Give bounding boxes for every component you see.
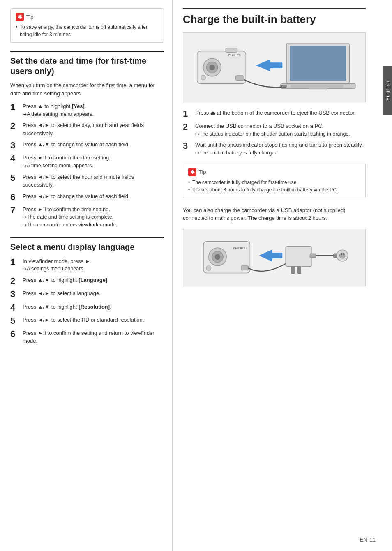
cam-adapter-svg: PHILIPS bbox=[183, 229, 365, 286]
svg-rect-14 bbox=[281, 85, 286, 87]
charge-step-1-content: Press ⏏ at the bottom of the camcorder t… bbox=[195, 109, 366, 117]
charge-tip-content: The camcorder is fully charged for first… bbox=[188, 179, 360, 194]
tip-star-icon: ✱ bbox=[16, 13, 24, 21]
lang-step-1-text: In viewfinder mode, press ►. bbox=[23, 258, 92, 264]
date-step-4: 4 Press ►II to confirm the date setting.… bbox=[10, 154, 164, 169]
date-step-1: 1 Press ▲ to highlight [Yes]. A date set… bbox=[10, 102, 164, 118]
svg-rect-10 bbox=[290, 46, 346, 81]
page-lang: EN bbox=[360, 537, 367, 543]
charge-step-2: 2 Connect the USB connector to a USB soc… bbox=[183, 122, 366, 138]
lang-step-1-content: In viewfinder mode, press ►. A settings … bbox=[23, 257, 164, 273]
svg-rect-20 bbox=[241, 265, 249, 270]
charge-tip-header: ✱ Tip bbox=[188, 168, 360, 176]
step-num-5: 5 bbox=[10, 173, 19, 183]
step-1-text: Press ▲ to highlight [Yes]. bbox=[23, 103, 86, 109]
step-num-3: 3 bbox=[10, 141, 19, 150]
lang-step-4-content: Press ▲/▼ to highlight [Resolution]. bbox=[23, 303, 164, 311]
charge-step-1-text: Press ⏏ at the bottom of the camcorder t… bbox=[195, 110, 356, 116]
step-5-text: Press ◄/► to select the hour and minute … bbox=[23, 174, 134, 188]
page-footer: EN 11 bbox=[360, 537, 376, 543]
lang-step-1-result: A settings menu appears. bbox=[23, 265, 164, 273]
english-side-tab: English bbox=[383, 66, 392, 115]
lang-step-6-content: Press ►II to confirm the setting and ret… bbox=[23, 329, 164, 345]
step-6-content: Press ◄/► to change the value of each fi… bbox=[23, 192, 164, 201]
charge-title: Charge the built-in battery bbox=[183, 8, 366, 26]
charge-step-num-2: 2 bbox=[183, 122, 192, 132]
svg-rect-30 bbox=[341, 253, 342, 255]
step-4-text: Press ►II to confirm the date setting. bbox=[23, 154, 111, 161]
svg-rect-6 bbox=[236, 76, 244, 81]
charge-footer-text: You can also charge the camcorder via a … bbox=[183, 206, 366, 222]
svg-marker-8 bbox=[256, 59, 282, 71]
step-7-content: Press ►II to confirm the time setting. T… bbox=[23, 205, 164, 229]
step-7-text: Press ►II to confirm the time setting. bbox=[23, 206, 110, 212]
svg-rect-31 bbox=[343, 253, 344, 255]
charge-step-2-content: Connect the USB connector to a USB socke… bbox=[195, 122, 366, 138]
lang-step-num-5: 5 bbox=[10, 316, 19, 326]
lang-step-num-2: 2 bbox=[10, 276, 19, 286]
tip-item: To save energy, the camcorder turns off … bbox=[16, 23, 159, 38]
lang-step-num-4: 4 bbox=[10, 303, 19, 313]
cam-adapter-illustration: PHILIPS bbox=[183, 229, 366, 286]
charge-tip-item-1: The camcorder is fully charged for first… bbox=[188, 179, 360, 186]
step-5-content: Press ◄/► to select the hour and minute … bbox=[23, 173, 164, 189]
tip-box-top: ✱ Tip To save energy, the camcorder turn… bbox=[10, 8, 164, 43]
step-num-7: 7 bbox=[10, 205, 19, 215]
step-4-content: Press ►II to confirm the date setting. A… bbox=[23, 154, 164, 169]
svg-rect-24 bbox=[291, 266, 295, 274]
step-1-result: A date setting menu appears. bbox=[23, 111, 164, 118]
svg-point-3 bbox=[209, 65, 215, 70]
step-7-result-1: The date and time setting is complete. bbox=[23, 213, 164, 221]
lang-step-3: 3 Press ◄/► to select a language. bbox=[10, 289, 164, 299]
left-column: ✱ Tip To save energy, the camcorder turn… bbox=[0, 0, 173, 551]
charge-step-2-result: The status indicator on the shutter butt… bbox=[195, 130, 366, 138]
lang-step-5: 5 Press ◄/► to select the HD or standard… bbox=[10, 316, 164, 326]
charge-step-3-content: Wait until the status indicator stops fl… bbox=[195, 141, 366, 157]
lang-step-6: 6 Press ►II to confirm the setting and r… bbox=[10, 329, 164, 345]
select-menu-section: Select a menu display language 1 In view… bbox=[10, 237, 164, 345]
step-num-2: 2 bbox=[10, 121, 19, 131]
svg-marker-22 bbox=[259, 249, 282, 262]
lang-step-2-text: Press ▲/▼ to highlight [Language]. bbox=[23, 277, 109, 283]
date-step-6: 6 Press ◄/► to change the value of each … bbox=[10, 192, 164, 202]
svg-text:PHILIPS: PHILIPS bbox=[228, 53, 241, 57]
charge-step-num-3: 3 bbox=[183, 141, 192, 151]
cam-laptop-svg: PHILIPS bbox=[183, 33, 365, 102]
lang-step-5-text: Press ◄/► to select the HD or standard r… bbox=[23, 317, 144, 323]
step-3-content: Press ▲/▼ to change the value of each fi… bbox=[23, 141, 164, 149]
step-3-text: Press ▲/▼ to change the value of each fi… bbox=[23, 141, 130, 148]
charge-tip-label: Tip bbox=[199, 169, 206, 175]
charge-steps: 1 Press ⏏ at the bottom of the camcorder… bbox=[183, 109, 366, 157]
tip-box-charge: ✱ Tip The camcorder is fully charged for… bbox=[183, 164, 366, 198]
svg-rect-13 bbox=[309, 88, 327, 89]
lang-step-2-content: Press ▲/▼ to highlight [Language]. bbox=[23, 276, 164, 284]
step-7-result-2: The camcorder enters viewfinder mode. bbox=[23, 221, 164, 229]
step-num-1: 1 bbox=[10, 102, 19, 112]
lang-step-3-text: Press ◄/► to select a language. bbox=[23, 290, 101, 296]
select-menu-title: Select a menu display language bbox=[10, 237, 164, 252]
charge-step-3: 3 Wait until the status indicator stops … bbox=[183, 141, 366, 157]
page-container: English ✱ Tip To save energy, the camcor… bbox=[0, 0, 392, 551]
charge-tip-star-icon: ✱ bbox=[188, 168, 196, 176]
step-num-6: 6 bbox=[10, 192, 19, 202]
tip-header: ✱ Tip bbox=[16, 13, 159, 21]
charge-step-1: 1 Press ⏏ at the bottom of the camcorder… bbox=[183, 109, 366, 119]
svg-rect-23 bbox=[286, 246, 312, 266]
svg-rect-4 bbox=[226, 48, 237, 53]
date-step-7: 7 Press ►II to confirm the time setting.… bbox=[10, 205, 164, 229]
lang-step-2: 2 Press ▲/▼ to highlight [Language]. bbox=[10, 276, 164, 286]
tip-label: Tip bbox=[26, 14, 34, 20]
set-date-intro: When you turn on the camcorder for the f… bbox=[10, 81, 164, 97]
charge-step-3-text: Wait until the status indicator stops fl… bbox=[195, 142, 363, 148]
step-6-text: Press ◄/► to change the value of each fi… bbox=[23, 193, 130, 199]
step-2-text: Press ◄/► to select the day, month and y… bbox=[23, 122, 144, 136]
charge-step-3-result: The built-in battery is fully charged. bbox=[195, 149, 366, 157]
tip-content: To save energy, the camcorder turns off … bbox=[16, 23, 159, 38]
step-4-result: A time setting menu appears. bbox=[23, 162, 164, 170]
side-tab-label: English bbox=[385, 80, 390, 101]
svg-point-21 bbox=[206, 265, 211, 270]
lang-step-3-content: Press ◄/► to select a language. bbox=[23, 289, 164, 297]
svg-point-18 bbox=[215, 254, 221, 260]
set-date-title: Set the date and time (for first-time us… bbox=[10, 51, 164, 76]
set-date-section: Set the date and time (for first-time us… bbox=[10, 51, 164, 229]
